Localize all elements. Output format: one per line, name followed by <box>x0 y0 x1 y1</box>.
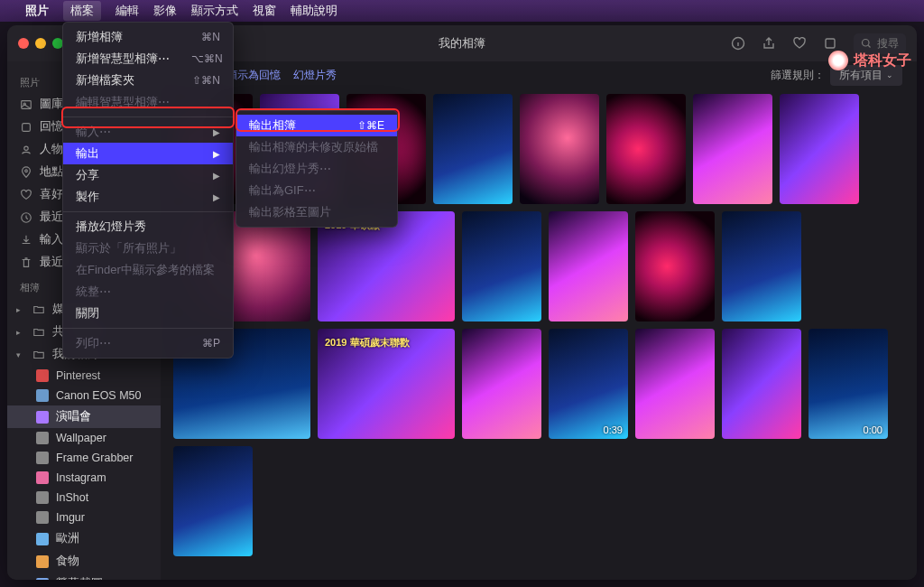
shortcut: ⇧⌘E <box>357 119 384 132</box>
minimize-button[interactable] <box>35 38 46 49</box>
sidebar-album-item[interactable]: 食物 <box>7 550 161 573</box>
shortcut: ⌥⌘N <box>191 52 223 65</box>
photo-thumbnail[interactable] <box>722 329 801 439</box>
show-memories-link[interactable]: 顯示為回憶 <box>226 68 281 83</box>
submenu-arrow-icon: ▶ <box>213 171 220 181</box>
file-menu[interactable]: 新增相簿⌘N新增智慧型相簿⋯⌥⌘N新增檔案夾⇧⌘N編輯智慧型相簿⋯輸入⋯▶輸出▶… <box>62 22 234 359</box>
menubar-help[interactable]: 輔助說明 <box>291 3 337 19</box>
menu-item: 輸出幻燈片秀⋯ <box>236 158 397 180</box>
album-thumb-icon <box>36 369 49 382</box>
album-thumb-icon <box>36 511 49 524</box>
menubar-window[interactable]: 視窗 <box>253 3 276 19</box>
filter-label: 篩選規則： <box>771 68 825 83</box>
menu-item[interactable]: 分享▶ <box>63 164 233 186</box>
folder-icon <box>32 326 45 339</box>
menubar-app[interactable]: 照片 <box>25 3 49 19</box>
close-button[interactable] <box>18 38 29 49</box>
menu-item[interactable]: 新增智慧型相簿⋯⌥⌘N <box>63 48 233 70</box>
disclosure-icon[interactable]: ▾ <box>16 350 25 359</box>
clock-icon <box>20 211 32 224</box>
watermark: 塔科女子 <box>828 51 911 70</box>
submenu-arrow-icon: ▶ <box>213 127 220 137</box>
window-title: 我的相簿 <box>439 35 485 51</box>
photo-thumbnail[interactable] <box>606 94 686 204</box>
pin-icon <box>20 166 32 179</box>
svg-point-7 <box>25 169 28 172</box>
photo-thumbnail[interactable]: 0:00 <box>808 329 888 439</box>
menu-item[interactable]: 新增相簿⌘N <box>63 26 233 48</box>
album-thumb-icon <box>36 471 49 484</box>
album-thumb-icon <box>36 411 49 424</box>
share-icon[interactable] <box>762 36 776 51</box>
photo-icon <box>20 98 32 111</box>
info-icon[interactable] <box>731 36 745 51</box>
menu-item[interactable]: 播放幻燈片秀 <box>63 216 233 238</box>
photo-thumbnail[interactable] <box>520 94 599 204</box>
shortcut: ⌘N <box>201 31 220 43</box>
sidebar-album-item[interactable]: 螢幕截圖 <box>7 573 161 580</box>
trash-icon <box>20 256 32 269</box>
export-submenu[interactable]: 輸出相簿⇧⌘E輸出相簿的未修改原始檔輸出幻燈片秀⋯輸出為GIF⋯輸出影格至圖片 <box>236 110 398 228</box>
photo-thumbnail[interactable]: 0:39 <box>549 329 628 439</box>
photo-thumbnail[interactable] <box>462 329 541 439</box>
sidebar-album-item[interactable]: Instagram <box>7 468 161 488</box>
menubar-edit[interactable]: 編輯 <box>116 3 139 19</box>
menu-item: 輸出為GIF⋯ <box>236 180 397 201</box>
album-thumb-icon <box>36 555 49 568</box>
watermark-logo-icon <box>828 51 848 70</box>
shortcut: ⌘P <box>202 337 220 349</box>
sidebar-album-item[interactable]: InShot <box>7 488 161 508</box>
disclosure-icon[interactable]: ▸ <box>16 328 25 337</box>
album-thumb-icon <box>36 533 49 545</box>
video-duration: 0:39 <box>604 424 623 435</box>
photo-thumbnail[interactable]: 2019 華碩廠 <box>318 211 455 321</box>
import-icon <box>20 234 32 247</box>
svg-rect-1 <box>826 39 835 48</box>
menubar-image[interactable]: 影像 <box>153 3 177 19</box>
menu-item[interactable]: 新增檔案夾⇧⌘N <box>63 70 233 91</box>
folder-icon <box>32 303 45 316</box>
menu-item[interactable]: 關閉 <box>63 303 233 324</box>
rotate-icon[interactable] <box>823 36 837 51</box>
svg-point-6 <box>24 146 28 150</box>
album-thumb-icon <box>36 432 49 444</box>
photo-thumbnail[interactable]: 2019 華碩歲末聯歡 <box>318 329 455 439</box>
album-thumb-icon <box>36 389 49 402</box>
sidebar-album-item[interactable]: Wallpaper <box>7 428 161 448</box>
slideshow-link[interactable]: 幻燈片秀 <box>293 68 337 83</box>
photo-thumbnail[interactable] <box>635 329 715 439</box>
menu-item[interactable]: 輸出▶ <box>63 143 233 164</box>
album-thumb-icon <box>36 491 49 504</box>
svg-point-2 <box>863 40 870 47</box>
photo-thumbnail[interactable] <box>173 446 253 556</box>
menu-item[interactable]: 製作▶ <box>63 186 233 208</box>
photo-thumbnail[interactable] <box>635 211 715 321</box>
disclosure-icon[interactable]: ▸ <box>16 305 25 314</box>
folder-icon <box>32 349 45 361</box>
photo-thumbnail[interactable] <box>780 94 859 204</box>
menu-item: 列印⋯⌘P <box>63 332 233 354</box>
photo-thumbnail[interactable] <box>462 211 541 321</box>
album-thumb-icon <box>36 452 49 464</box>
sidebar-album-item[interactable]: 歐洲 <box>7 527 161 550</box>
photo-thumbnail[interactable] <box>693 94 772 204</box>
menu-item: 統整⋯ <box>63 281 233 303</box>
menu-item[interactable]: 輸出相簿⇧⌘E <box>236 115 397 136</box>
sidebar-album-item[interactable]: Canon EOS M50 <box>7 386 161 405</box>
photo-thumbnail[interactable] <box>433 94 513 204</box>
favorite-icon[interactable] <box>792 36 807 51</box>
search-icon <box>861 38 872 49</box>
menubar-view[interactable]: 顯示方式 <box>191 3 238 19</box>
menu-item: 在Finder中顯示參考的檔案 <box>63 259 233 281</box>
sidebar-album-item[interactable]: Frame Grabber <box>7 448 161 468</box>
menubar-file[interactable]: 檔案 <box>63 1 101 21</box>
sidebar-album-item[interactable]: Imgur <box>7 508 161 527</box>
photo-thumbnail[interactable] <box>549 211 628 321</box>
people-icon <box>20 144 32 156</box>
chevron-down-icon: ⌄ <box>886 70 893 79</box>
sidebar-album-item[interactable]: Pinterest <box>7 366 161 386</box>
submenu-arrow-icon: ▶ <box>213 192 220 202</box>
photo-thumbnail[interactable] <box>722 211 801 321</box>
menu-item: 輸出相簿的未修改原始檔 <box>236 136 397 158</box>
sidebar-album-item[interactable]: 演唱會 <box>7 405 161 428</box>
